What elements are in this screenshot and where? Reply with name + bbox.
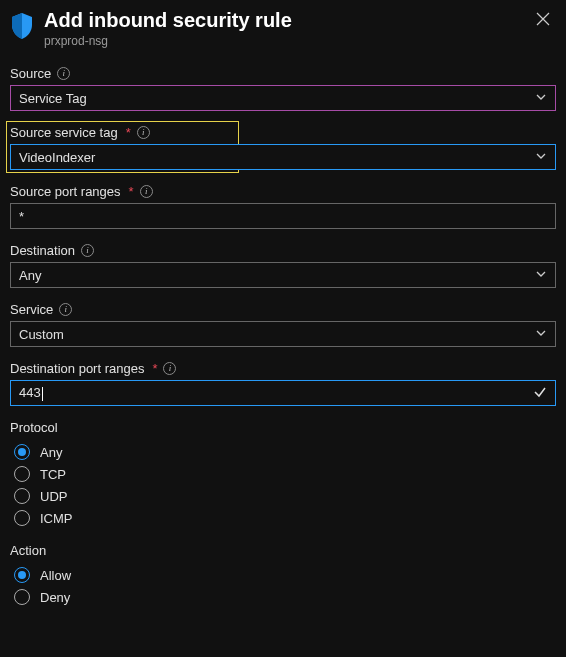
info-icon[interactable]: i <box>81 244 94 257</box>
field-destination: Destination i Any <box>10 243 556 288</box>
radio-protocol-tcp[interactable]: TCP <box>10 463 556 485</box>
label-service: Service <box>10 302 53 317</box>
panel-title: Add inbound security rule <box>44 8 520 32</box>
radio-protocol-udp[interactable]: UDP <box>10 485 556 507</box>
label-action: Action <box>10 543 556 558</box>
chevron-down-icon <box>535 268 547 283</box>
label-destination-port-ranges: Destination port ranges <box>10 361 144 376</box>
radio-icon <box>14 444 30 460</box>
field-destination-port-ranges: Destination port ranges * i 443 <box>10 361 556 406</box>
info-icon[interactable]: i <box>140 185 153 198</box>
field-service: Service i Custom <box>10 302 556 347</box>
radio-icon <box>14 567 30 583</box>
radio-label: TCP <box>40 467 66 482</box>
radio-icon <box>14 510 30 526</box>
required-asterisk: * <box>126 125 131 140</box>
label-source-port-ranges: Source port ranges <box>10 184 121 199</box>
label-source: Source <box>10 66 51 81</box>
radio-protocol-any[interactable]: Any <box>10 441 556 463</box>
radio-protocol-icmp[interactable]: ICMP <box>10 507 556 529</box>
chevron-down-icon <box>535 327 547 342</box>
label-source-service-tag: Source service tag <box>10 125 118 140</box>
radio-icon <box>14 488 30 504</box>
input-value: * <box>19 209 24 224</box>
radio-action-deny[interactable]: Deny <box>10 586 556 608</box>
close-button[interactable] <box>530 8 556 33</box>
radio-label: Allow <box>40 568 71 583</box>
required-asterisk: * <box>152 361 157 376</box>
chevron-down-icon <box>535 91 547 106</box>
group-action: Action Allow Deny <box>10 543 556 608</box>
select-source-service-tag[interactable]: VideoIndexer <box>10 144 556 170</box>
info-icon[interactable]: i <box>57 67 70 80</box>
select-value: VideoIndexer <box>19 150 95 165</box>
radio-label: Deny <box>40 590 70 605</box>
select-value: Any <box>19 268 41 283</box>
input-source-port-ranges[interactable]: * <box>10 203 556 229</box>
chevron-down-icon <box>535 150 547 165</box>
check-icon <box>533 385 547 402</box>
radio-icon <box>14 589 30 605</box>
panel-subtitle: prxprod-nsg <box>44 34 520 48</box>
field-source-service-tag: Source service tag * i VideoIndexer <box>10 125 556 170</box>
shield-icon <box>10 12 34 43</box>
info-icon[interactable]: i <box>137 126 150 139</box>
label-destination: Destination <box>10 243 75 258</box>
select-destination[interactable]: Any <box>10 262 556 288</box>
label-protocol: Protocol <box>10 420 556 435</box>
info-icon[interactable]: i <box>163 362 176 375</box>
radio-label: UDP <box>40 489 67 504</box>
input-destination-port-ranges[interactable]: 443 <box>10 380 556 406</box>
input-value: 443 <box>19 385 43 401</box>
group-protocol: Protocol Any TCP UDP ICMP <box>10 420 556 529</box>
info-icon[interactable]: i <box>59 303 72 316</box>
radio-action-allow[interactable]: Allow <box>10 564 556 586</box>
radio-icon <box>14 466 30 482</box>
select-service[interactable]: Custom <box>10 321 556 347</box>
select-source[interactable]: Service Tag <box>10 85 556 111</box>
radio-label: Any <box>40 445 62 460</box>
field-source-port-ranges: Source port ranges * i * <box>10 184 556 229</box>
field-source: Source i Service Tag <box>10 66 556 111</box>
required-asterisk: * <box>129 184 134 199</box>
panel-header: Add inbound security rule prxprod-nsg <box>10 8 556 48</box>
radio-label: ICMP <box>40 511 73 526</box>
select-value: Service Tag <box>19 91 87 106</box>
select-value: Custom <box>19 327 64 342</box>
